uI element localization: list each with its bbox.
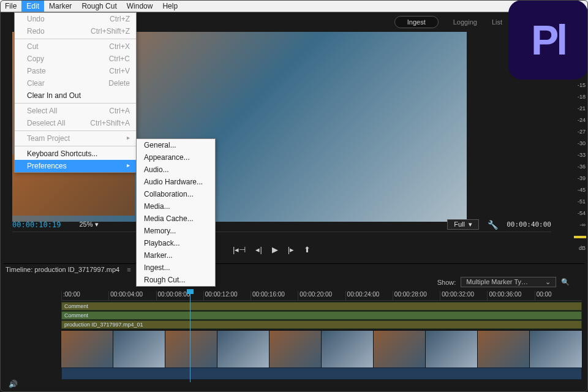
marker-track-1[interactable]: Comment <box>6 302 582 311</box>
pref-playback-[interactable]: Playback... <box>137 237 215 249</box>
pref-audio-hardware-[interactable]: Audio Hardware... <box>137 176 215 188</box>
resolution-select[interactable]: Full ▾ <box>447 219 479 230</box>
speaker-icon[interactable]: 🔊 <box>9 380 18 388</box>
menubar: File Edit Marker Rough Cut Window Help <box>0 0 588 12</box>
transport-controls: |◂⊣ ◂| ▶ |▸ ⬆ <box>233 245 311 254</box>
logo-text: Pl <box>531 16 565 64</box>
list-button[interactable]: List <box>492 18 502 26</box>
timeline-show-controls: Show: Multiple Marker Ty…⌄ 🔍 <box>437 277 570 287</box>
pref-media-[interactable]: Media... <box>137 200 215 213</box>
video-clip[interactable]: production ID_3717997.mp4_01 <box>61 320 582 329</box>
video-thumbnails[interactable] <box>61 331 582 368</box>
menu-file[interactable]: File <box>0 0 21 12</box>
prelude-logo: Pl <box>508 0 588 80</box>
ingest-button[interactable]: Ingest <box>394 16 439 28</box>
chevron-down-icon: ⌄ <box>545 278 551 286</box>
pref-general-[interactable]: General... <box>137 139 215 151</box>
current-timecode[interactable]: 00:00:10:19 <box>12 221 61 229</box>
monitor-scrubber[interactable] <box>12 232 551 238</box>
menuitem-undo[interactable]: UndoCtrl+Z <box>15 13 136 25</box>
logging-button[interactable]: Logging <box>453 18 477 26</box>
menuitem-redo[interactable]: RedoCtrl+Shift+Z <box>15 25 136 37</box>
search-icon[interactable]: 🔍 <box>561 278 570 287</box>
pref-memory-[interactable]: Memory... <box>137 225 215 237</box>
duration-timecode: 00:00:40:00 <box>507 221 551 228</box>
menu-edit[interactable]: Edit <box>21 0 44 12</box>
timeline-ruler[interactable]: :00:0000:00:04:0000:00:08:0000:00:12:000… <box>61 291 582 301</box>
timeline-panel-label: Timeline: production ID_3717997.mp4 <box>6 266 119 273</box>
pref-rough-cut-[interactable]: Rough Cut... <box>137 274 215 286</box>
edit-dropdown: UndoCtrl+ZRedoCtrl+Shift+ZCutCtrl+XCopyC… <box>14 12 137 173</box>
audio-meter: -15-18-21-24-27-30-33-36-39-45-51-54-∞ <box>570 80 588 231</box>
menuitem-team-project[interactable]: Team Project <box>15 132 136 145</box>
comment-marker[interactable]: Comment <box>61 302 582 311</box>
play-button[interactable]: ▶ <box>272 245 278 254</box>
pref-ingest-[interactable]: Ingest... <box>137 262 215 274</box>
marker-track-2[interactable]: Comment <box>6 311 582 320</box>
comment-marker[interactable]: Comment <box>61 311 582 320</box>
menu-marker[interactable]: Marker <box>44 0 77 12</box>
menuitem-deselect-all[interactable]: Deselect AllCtrl+Shift+A <box>15 117 136 129</box>
pref-media-cache-[interactable]: Media Cache... <box>137 213 215 225</box>
timecode-row: 00:00:10:19 25% ▾ Full ▾ 🔧 00:00:40:00 <box>12 219 551 230</box>
menuitem-paste[interactable]: PasteCtrl+V <box>15 65 136 77</box>
menu-roughcut[interactable]: Rough Cut <box>77 0 121 12</box>
video-track[interactable]: production ID_3717997.mp4_01 <box>6 320 582 329</box>
db-label: dB <box>579 245 586 251</box>
menu-window[interactable]: Window <box>122 0 158 12</box>
menuitem-clear[interactable]: ClearDelete <box>15 77 136 89</box>
playhead[interactable] <box>190 290 190 382</box>
audio-track[interactable] <box>61 368 582 380</box>
menuitem-select-all[interactable]: Select AllCtrl+A <box>15 105 136 117</box>
menuitem-clear-in-and-out[interactable]: Clear In and Out <box>15 89 136 102</box>
step-back-button[interactable]: ◂| <box>255 245 262 254</box>
chevron-down-icon: ▾ <box>95 221 99 228</box>
pref-appearance-[interactable]: Appearance... <box>137 151 215 164</box>
export-frame-button[interactable]: ⬆ <box>304 245 311 254</box>
menuitem-copy[interactable]: CopyCtrl+C <box>15 53 136 65</box>
chevron-down-icon: ▾ <box>469 221 472 228</box>
preferences-submenu: General...Appearance...Audio...Audio Har… <box>136 138 216 287</box>
menu-help[interactable]: Help <box>157 0 183 12</box>
menuitem-keyboard-shortcuts-[interactable]: Keyboard Shortcuts... <box>15 148 136 160</box>
menuitem-preferences[interactable]: Preferences <box>15 160 136 172</box>
menuitem-cut[interactable]: CutCtrl+X <box>15 40 136 53</box>
pref-collaboration-[interactable]: Collaboration... <box>137 188 215 200</box>
playhead-head-icon[interactable] <box>187 289 194 294</box>
step-forward-button[interactable]: |▸ <box>288 245 294 254</box>
show-label: Show: <box>437 279 456 286</box>
mode-switcher: Ingest Logging List <box>394 16 502 28</box>
zoom-select[interactable]: 25% ▾ <box>79 221 98 228</box>
pref-marker-[interactable]: Marker... <box>137 249 215 262</box>
settings-icon[interactable]: 🔧 <box>488 220 498 230</box>
marker-type-select[interactable]: Multiple Marker Ty…⌄ <box>461 277 556 287</box>
pref-audio-[interactable]: Audio... <box>137 164 215 176</box>
go-to-in-button[interactable]: |◂⊣ <box>233 245 246 254</box>
panel-menu-icon[interactable]: ≡ <box>127 266 130 273</box>
timeline-panel-tab[interactable]: Timeline: production ID_3717997.mp4 ≡ <box>4 263 584 274</box>
